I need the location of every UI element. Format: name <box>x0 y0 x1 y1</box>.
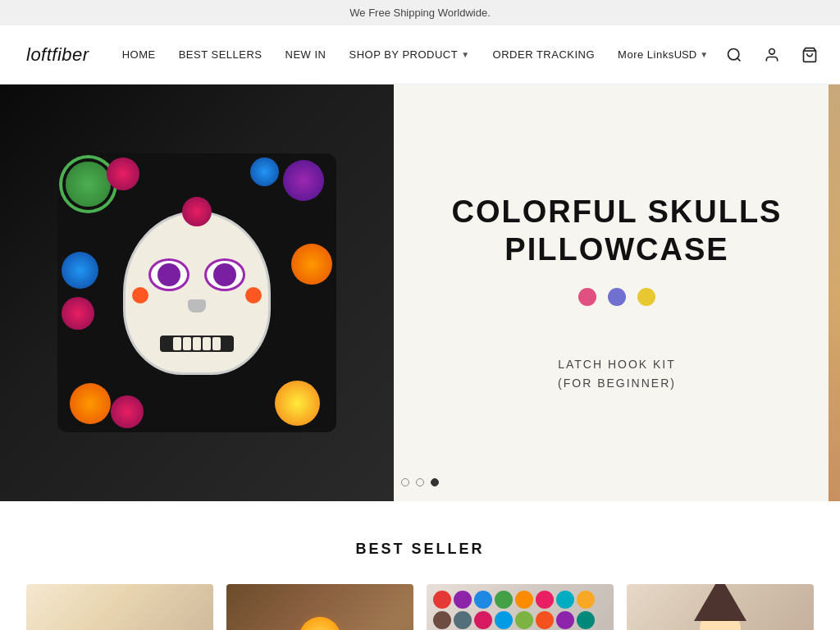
search-icon <box>726 47 742 63</box>
color-dot-yellow <box>637 288 655 306</box>
hero-side-strip <box>829 84 840 501</box>
nav-item-home[interactable]: HOME <box>122 48 156 61</box>
nav-item-new-in[interactable]: NEW IN <box>285 48 326 61</box>
best-seller-title: BEST SELLER <box>26 541 814 558</box>
product-card-2[interactable] <box>226 584 413 630</box>
nav-actions: USD ▼ <box>674 43 821 66</box>
hero-background <box>0 84 394 501</box>
slide-dot-3[interactable] <box>431 478 439 486</box>
account-icon <box>764 47 780 63</box>
currency-label: USD <box>674 48 696 61</box>
svg-point-1 <box>769 48 775 54</box>
site-header: loftfiber HOME BEST SELLERS NEW IN SHOP … <box>0 25 840 84</box>
nav-item-order-tracking[interactable]: ORDER TRACKING <box>493 48 596 61</box>
products-grid <box>26 584 814 630</box>
announcement-bar: We Free Shipping Worldwide. <box>0 0 840 25</box>
cart-button[interactable] <box>798 43 821 66</box>
cart-icon <box>801 47 818 63</box>
svg-point-0 <box>728 48 739 59</box>
skull-pillow-image <box>57 153 336 432</box>
color-dot-purple <box>608 288 626 306</box>
hero-text-section: COLORFUL SKULLS PILLOWCASE LATCH HOOK KI… <box>394 84 840 501</box>
product-image-1 <box>26 584 213 630</box>
slide-dot-1[interactable] <box>401 478 409 486</box>
hero-banner: COLORFUL SKULLS PILLOWCASE LATCH HOOK KI… <box>0 84 840 501</box>
stuffed-animals-grid <box>427 584 614 630</box>
color-swatches <box>578 288 655 306</box>
product-card-3[interactable] <box>427 584 614 630</box>
slide-dot-2[interactable] <box>416 478 424 486</box>
product-image-2 <box>226 584 413 630</box>
best-seller-section: BEST SELLER <box>0 501 840 630</box>
hero-subtitle: LATCH HOOK KIT (FOR BEGINNER) <box>558 355 676 392</box>
site-logo[interactable]: loftfiber <box>26 44 89 66</box>
currency-chevron-icon: ▼ <box>700 50 708 59</box>
nav-item-more-links[interactable]: More Links <box>618 48 674 61</box>
hero-title: COLORFUL SKULLS PILLOWCASE <box>452 194 783 268</box>
announcement-text: We Free Shipping Worldwide. <box>349 7 491 19</box>
account-button[interactable] <box>760 43 783 66</box>
nav-item-shop-by-product[interactable]: SHOP BY PRODUCT ▼ <box>349 48 469 61</box>
product-image-4 <box>627 584 814 630</box>
hero-slide-indicators[interactable] <box>401 478 439 486</box>
product-image-3 <box>427 584 614 630</box>
search-button[interactable] <box>723 43 746 66</box>
chevron-down-icon: ▼ <box>461 50 469 59</box>
nav-item-best-sellers[interactable]: BEST SELLERS <box>179 48 262 61</box>
product-card-1[interactable] <box>26 584 213 630</box>
hero-image-section <box>0 84 394 501</box>
currency-selector[interactable]: USD ▼ <box>674 48 708 61</box>
color-dot-pink <box>578 288 596 306</box>
main-nav: HOME BEST SELLERS NEW IN SHOP BY PRODUCT… <box>122 48 674 61</box>
product-card-4[interactable] <box>627 584 814 630</box>
